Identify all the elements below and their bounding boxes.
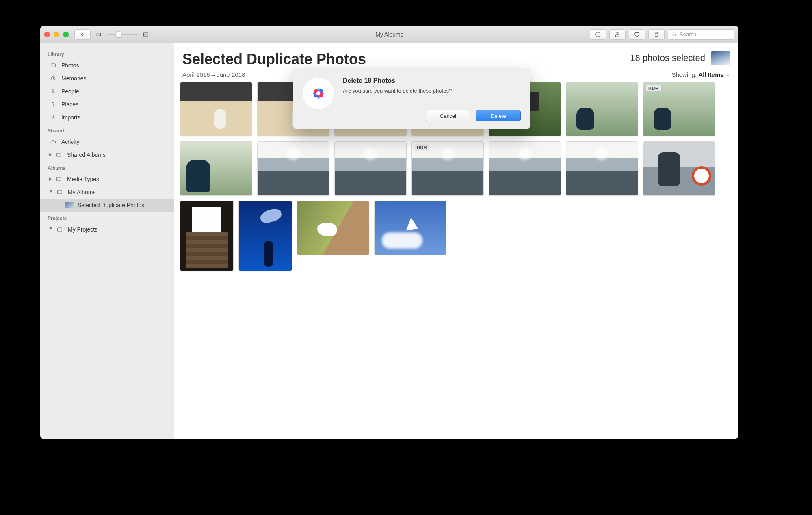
album-key-photo[interactable] bbox=[711, 51, 730, 65]
thumbnail-size-control[interactable] bbox=[95, 31, 149, 38]
disclosure-triangle-icon[interactable] bbox=[49, 177, 52, 181]
sidebar-item-places[interactable]: Places bbox=[40, 98, 174, 111]
pin-icon bbox=[50, 101, 56, 108]
svg-rect-10 bbox=[51, 64, 56, 67]
photo-thumbnail[interactable] bbox=[566, 82, 638, 136]
dialog-message: Are you sure you want to delete these ph… bbox=[343, 88, 521, 94]
sidebar-item-photos[interactable]: Photos bbox=[40, 59, 174, 72]
svg-point-8 bbox=[673, 32, 675, 35]
svg-point-5 bbox=[598, 33, 598, 34]
sidebar-heading-projects: Projects bbox=[40, 212, 174, 223]
svg-rect-1 bbox=[144, 33, 148, 36]
heart-icon bbox=[634, 31, 640, 38]
rotate-icon bbox=[653, 31, 660, 38]
sidebar-item-label: Memories bbox=[61, 75, 86, 82]
photo-thumbnail[interactable] bbox=[238, 201, 292, 271]
sidebar-item-label: Imports bbox=[61, 114, 80, 121]
svg-point-13 bbox=[52, 102, 54, 104]
sidebar-item-label: My Projects bbox=[68, 226, 97, 233]
sidebar-item-imports[interactable]: Imports bbox=[40, 111, 174, 124]
sidebar-item-label: Photos bbox=[61, 62, 79, 69]
memories-icon bbox=[50, 75, 56, 82]
svg-line-9 bbox=[675, 35, 676, 36]
svg-rect-17 bbox=[57, 177, 61, 181]
cloud-icon bbox=[50, 138, 56, 145]
photo-thumbnail[interactable]: HDR bbox=[643, 82, 715, 136]
zoom-slider[interactable] bbox=[107, 34, 138, 35]
sidebar-heading-albums: Albums bbox=[40, 161, 174, 173]
showing-value: All Items bbox=[698, 71, 724, 78]
rotate-button[interactable] bbox=[648, 29, 665, 40]
sidebar-item-label: Media Types bbox=[67, 176, 99, 182]
grid-small-icon bbox=[95, 31, 102, 38]
disclosure-triangle-icon[interactable] bbox=[49, 190, 52, 194]
svg-point-28 bbox=[316, 91, 321, 96]
sidebar-item-label: Places bbox=[61, 101, 78, 108]
sidebar: Library Photos Memories People Places Im… bbox=[40, 43, 174, 439]
sidebar-item-media-types[interactable]: Media Types bbox=[40, 173, 174, 186]
photo-grid: HDR HDR bbox=[174, 82, 738, 439]
info-button[interactable] bbox=[590, 29, 606, 40]
disclosure-triangle-icon[interactable] bbox=[49, 227, 52, 232]
disclosure-triangle-icon[interactable] bbox=[49, 153, 52, 156]
svg-rect-16 bbox=[57, 153, 61, 156]
window-zoom-button[interactable] bbox=[63, 32, 69, 37]
search-icon bbox=[671, 32, 677, 37]
download-icon bbox=[50, 114, 56, 121]
delete-button[interactable]: Delete bbox=[476, 110, 521, 121]
showing-filter[interactable]: Showing: All Items bbox=[671, 71, 730, 78]
svg-rect-18 bbox=[58, 190, 62, 194]
favorite-button[interactable] bbox=[629, 29, 645, 40]
people-icon bbox=[50, 88, 56, 95]
sidebar-item-my-albums[interactable]: My Albums bbox=[40, 186, 174, 199]
photo-thumbnail[interactable] bbox=[374, 201, 446, 255]
delete-confirmation-dialog: Delete 18 Photos Are you sure you want t… bbox=[293, 68, 530, 129]
album-thumbnail-icon bbox=[65, 202, 74, 208]
dialog-title: Delete 18 Photos bbox=[343, 77, 521, 84]
sidebar-item-selected-duplicate-photos[interactable]: Selected Duplicate Photos bbox=[40, 199, 174, 212]
sidebar-item-label: Shared Albums bbox=[67, 151, 106, 158]
cancel-button[interactable]: Cancel bbox=[426, 110, 470, 121]
album-icon bbox=[56, 189, 63, 195]
sidebar-item-activity[interactable]: Activity bbox=[40, 135, 174, 148]
share-icon bbox=[614, 31, 621, 38]
photo-thumbnail[interactable] bbox=[257, 141, 329, 196]
svg-rect-19 bbox=[58, 228, 62, 231]
photo-thumbnail[interactable] bbox=[180, 141, 252, 196]
photo-thumbnail[interactable] bbox=[297, 201, 369, 255]
date-range-label: April 2016 – June 2018 bbox=[182, 71, 245, 78]
share-button[interactable] bbox=[609, 29, 626, 40]
window-close-button[interactable] bbox=[44, 32, 50, 37]
sidebar-heading-shared: Shared bbox=[40, 124, 174, 135]
window-minimize-button[interactable] bbox=[54, 32, 59, 37]
svg-rect-7 bbox=[655, 34, 658, 37]
sidebar-item-label: Activity bbox=[61, 138, 79, 145]
chevron-down-icon bbox=[725, 73, 730, 78]
titlebar: My Albums Search bbox=[40, 26, 738, 43]
sidebar-item-shared-albums[interactable]: Shared Albums bbox=[40, 148, 174, 161]
photo-thumbnail[interactable] bbox=[180, 82, 252, 136]
photo-thumbnail[interactable] bbox=[643, 141, 715, 196]
photos-app-icon bbox=[302, 77, 335, 110]
search-field[interactable]: Search bbox=[668, 29, 734, 40]
window-controls bbox=[44, 32, 69, 37]
album-icon bbox=[56, 226, 63, 233]
photo-thumbnail[interactable]: HDR bbox=[411, 141, 484, 196]
sidebar-heading-library: Library bbox=[40, 48, 174, 59]
grid-large-icon bbox=[143, 31, 149, 38]
photos-icon bbox=[50, 62, 56, 69]
photo-thumbnail[interactable] bbox=[489, 141, 561, 196]
sidebar-item-memories[interactable]: Memories bbox=[40, 72, 174, 85]
photo-thumbnail[interactable] bbox=[334, 141, 407, 196]
info-icon bbox=[595, 31, 601, 38]
hdr-badge: HDR bbox=[414, 144, 429, 151]
hdr-badge: HDR bbox=[646, 85, 661, 91]
back-button[interactable] bbox=[74, 29, 91, 40]
sidebar-item-label: My Albums bbox=[68, 189, 95, 195]
showing-label: Showing: bbox=[671, 71, 697, 78]
sidebar-item-my-projects[interactable]: My Projects bbox=[40, 223, 174, 236]
photo-thumbnail[interactable] bbox=[566, 141, 638, 196]
chevron-left-icon bbox=[79, 31, 86, 38]
sidebar-item-people[interactable]: People bbox=[40, 85, 174, 98]
photo-thumbnail[interactable] bbox=[180, 201, 234, 271]
